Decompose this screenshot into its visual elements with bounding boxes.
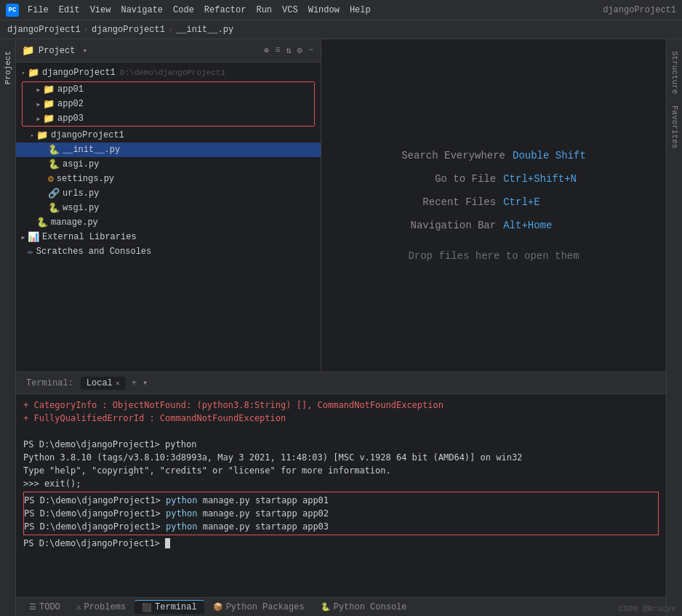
shortcut-goto-label: Go to File xyxy=(401,173,496,185)
menu-bar[interactable]: File Edit View Navigate Code Refactor Ru… xyxy=(23,4,375,17)
tree-item-init[interactable]: 🐍 __init__.py xyxy=(16,143,321,157)
breadcrumb-part2[interactable]: djangoProject1 xyxy=(92,25,165,35)
panel-icon-add[interactable]: ⊕ xyxy=(262,44,270,57)
tab-python-packages-label: Python Packages xyxy=(226,602,305,612)
panel-icon-minimize[interactable]: − xyxy=(307,44,315,57)
breadcrumb-part1[interactable]: djangoProject1 xyxy=(7,25,81,35)
term-prompt-10: PS D:\demo\djangoProject1> xyxy=(23,538,165,548)
tab-todo[interactable]: ☰ TODO xyxy=(22,601,68,614)
shortcut-search: Search Everywhere Double Shift xyxy=(401,150,586,161)
tree-label-scratches: Scratches and Consoles xyxy=(36,247,151,257)
shortcut-goto: Go to File Ctrl+Shift+N xyxy=(401,173,586,185)
tree-item-app03[interactable]: ▶ 📁 app03 xyxy=(23,111,314,126)
panel-folder-icon: 📁 xyxy=(22,44,34,57)
menu-file[interactable]: File xyxy=(23,4,53,17)
term-cmd-7: python xyxy=(166,495,197,505)
menu-help[interactable]: Help xyxy=(345,4,375,17)
menu-edit[interactable]: Edit xyxy=(55,4,84,17)
panel-header-icons: ⊕ ≡ ⇅ ⚙ − xyxy=(262,44,315,57)
menu-view[interactable]: View xyxy=(86,4,116,17)
panel-icon-gear[interactable]: ⚙ xyxy=(296,44,304,57)
terminal-highlighted-commands: PS D:\demo\djangoProject1> python manage… xyxy=(23,492,659,535)
term-prompt-7: PS D:\demo\djangoProject1> xyxy=(24,495,166,505)
problems-icon: ⚠ xyxy=(76,602,81,612)
gear-icon: ⚙ xyxy=(48,173,54,185)
term-rest-8: manage.py startapp app02 xyxy=(197,508,329,519)
tree-item-app01[interactable]: ▶ 📁 app01 xyxy=(23,82,314,97)
py-icon: 🐍 xyxy=(48,159,60,170)
highlighted-apps: ▶ 📁 app01 ▶ 📁 app02 ▶ xyxy=(22,81,315,127)
menu-run[interactable]: Run xyxy=(252,4,276,17)
breadcrumb: djangoProject1 › djangoProject1 › __init… xyxy=(0,20,682,39)
terminal-close-icon[interactable]: ✕ xyxy=(116,379,120,388)
menu-window[interactable]: Window xyxy=(304,4,344,17)
panel-dropdown-icon[interactable]: ▾ xyxy=(82,46,87,55)
tree-item-wsgi[interactable]: 🐍 wsgi.py xyxy=(16,201,321,215)
terminal-add-button[interactable]: + xyxy=(129,377,140,390)
py-icon: 🐍 xyxy=(48,202,60,214)
shortcut-goto-key[interactable]: Ctrl+Shift+N xyxy=(503,173,577,185)
content-area: 📁 Project ▾ ⊕ ≡ ⇅ ⚙ − ▾ xyxy=(16,39,666,616)
terminal-chevron-icon[interactable]: ▾ xyxy=(143,377,148,388)
sidebar-tab-project[interactable]: Project xyxy=(2,47,14,89)
tab-python-packages[interactable]: 📦 Python Packages xyxy=(206,601,312,614)
term-prompt-9: PS D:\demo\djangoProject1> xyxy=(24,521,166,532)
tree-item-urls[interactable]: 🔗 urls.py xyxy=(16,186,321,201)
tree-label-wsgi: wsgi.py xyxy=(63,203,99,213)
menu-vcs[interactable]: VCS xyxy=(278,4,302,17)
right-tab-structure[interactable]: Structure xyxy=(669,47,681,98)
tree-item-asgi[interactable]: 🐍 asgi.py xyxy=(16,157,321,172)
term-cursor xyxy=(165,538,170,548)
tab-terminal[interactable]: ⬛ Terminal xyxy=(135,600,204,614)
tab-problems[interactable]: ⚠ Problems xyxy=(69,601,133,614)
tree-label-extlibs: External Libraries xyxy=(42,232,137,242)
terminal-line-5: Type "help", "copyright", "credits" or "… xyxy=(23,464,659,477)
left-side-tabs: Project xyxy=(0,39,16,616)
tree-item-root[interactable]: ▾ 📁 djangoProject1 D:\demo\djangoProject… xyxy=(16,65,321,80)
terminal-label: Terminal: xyxy=(22,377,78,390)
shortcut-navbar-key[interactable]: Alt+Home xyxy=(503,220,552,231)
terminal-line-10: PS D:\demo\djangoProject1> xyxy=(23,537,659,550)
top-split: 📁 Project ▾ ⊕ ≡ ⇅ ⚙ − ▾ xyxy=(16,39,666,372)
panel-icon-list[interactable]: ≡ xyxy=(273,44,281,57)
right-tab-favorites[interactable]: Favorites xyxy=(669,101,681,153)
window-title: djangoProject1 xyxy=(603,5,676,15)
terminal-tab-local[interactable]: Local ✕ xyxy=(81,377,126,390)
tree-label-subproject: djangoProject1 xyxy=(51,130,124,140)
arrow-icon: ▾ xyxy=(28,132,36,139)
bottom-tabs: ☰ TODO ⚠ Problems ⬛ Terminal 📦 Python Pa… xyxy=(16,597,666,616)
app-logo: PC xyxy=(6,4,19,17)
watermark: CSDN @Brucye xyxy=(619,604,676,613)
tree-item-manage[interactable]: 🐍 manage.py xyxy=(16,215,321,230)
tree-label-root: djangoProject1 xyxy=(42,68,116,78)
tab-python-console[interactable]: 🐍 Python Console xyxy=(313,601,414,614)
tree-item-app02[interactable]: ▶ 📁 app02 xyxy=(23,97,314,111)
shortcut-recent-label: Recent Files xyxy=(401,196,496,208)
terminal-line-9: PS D:\demo\djangoProject1> python manage… xyxy=(24,520,658,533)
tree-item-scratches[interactable]: ✏ Scratches and Consoles xyxy=(16,244,321,259)
tree-label-asgi: asgi.py xyxy=(63,159,99,169)
terminal-line-6: >>> exit(); xyxy=(23,477,659,490)
shortcut-search-key[interactable]: Double Shift xyxy=(513,150,586,161)
menu-code[interactable]: Code xyxy=(169,4,198,17)
shortcut-recent-key[interactable]: Ctrl+E xyxy=(503,196,539,208)
arrow-icon: ▶ xyxy=(34,101,43,108)
term-cmd-9: python xyxy=(166,521,197,532)
tree-label-settings: settings.py xyxy=(57,174,114,184)
breadcrumb-part3[interactable]: __init__.py xyxy=(176,25,233,35)
arrow-icon: ▶ xyxy=(34,87,43,93)
menu-refactor[interactable]: Refactor xyxy=(200,4,251,17)
folder-icon: 📁 xyxy=(43,84,55,95)
tab-problems-label: Problems xyxy=(84,602,126,612)
panel-icon-sort[interactable]: ⇅ xyxy=(284,44,292,57)
shortcut-navbar: Navigation Bar Alt+Home xyxy=(401,220,586,231)
tree-item-subproject[interactable]: ▾ 📁 djangoProject1 xyxy=(16,128,321,143)
py-icon: 🐍 xyxy=(36,217,48,228)
arrow-icon: ▾ xyxy=(19,70,28,76)
menu-navigate[interactable]: Navigate xyxy=(116,4,167,17)
tree-item-extlibs[interactable]: ▶ 📊 External Libraries xyxy=(16,230,321,244)
arrow-icon: ▶ xyxy=(19,234,28,241)
todo-icon: ☰ xyxy=(29,602,36,612)
terminal-line-8: PS D:\demo\djangoProject1> python manage… xyxy=(24,507,658,520)
tree-item-settings[interactable]: ⚙ settings.py xyxy=(16,172,321,186)
